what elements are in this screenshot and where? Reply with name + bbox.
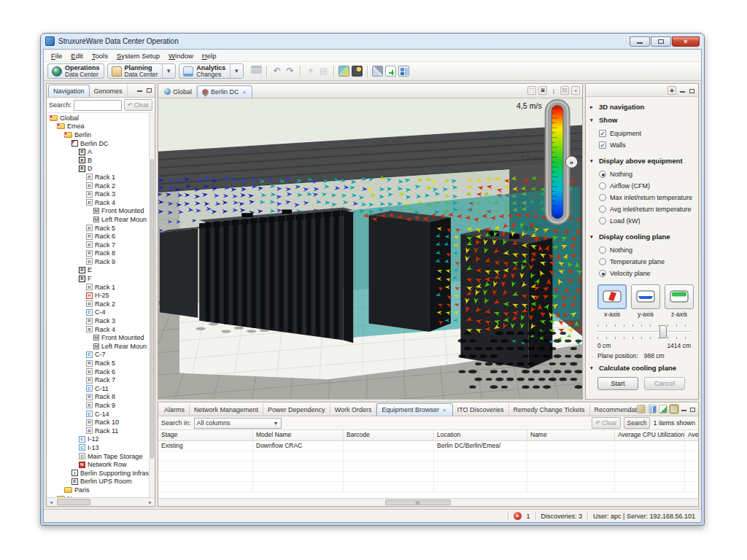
column-location[interactable]: Location (434, 430, 527, 440)
column-stage[interactable]: Stage (158, 430, 253, 440)
x-axis-button[interactable] (597, 284, 627, 309)
tree-clear-button[interactable]: ↶Clear (124, 99, 152, 111)
radio-load-kw[interactable]: Load (kW) (599, 215, 694, 227)
radio-velocity-plane[interactable]: Velocity plane (599, 268, 694, 279)
tab-berlin-dc[interactable]: Berlin DC × (197, 85, 252, 98)
panel-minimize-icon[interactable] (679, 88, 686, 93)
perspective-operations-button[interactable]: OperationsData Center (47, 63, 104, 79)
tab-power-dependency[interactable]: Power Dependency (263, 403, 330, 416)
radio-icon[interactable] (599, 270, 606, 277)
column-average-cpu-utilization[interactable]: Average CPU Utilization ... (615, 430, 685, 440)
checkbox-icon[interactable]: ✓ (599, 141, 606, 149)
snapshot-icon[interactable]: ▣ (538, 86, 547, 95)
chevron-right-icon[interactable]: » (570, 158, 573, 166)
table-search-button[interactable]: Search (624, 417, 651, 429)
tree-item-rack-7[interactable]: R Rack 7 (47, 241, 149, 249)
error-icon[interactable]: × (514, 512, 522, 520)
menu-file[interactable]: File (47, 51, 66, 61)
radio-airflow-cfm[interactable]: Airflow (CFM) (599, 180, 694, 192)
tree-horizontal-scrollbar[interactable]: ◂ ▸ (47, 497, 155, 506)
section-calculate-cooling-plane[interactable]: ▾ Calculate cooling plane (590, 361, 694, 374)
tree-item-rack-5[interactable]: R Rack 5 (47, 224, 149, 233)
tree-item-rack-3[interactable]: R Rack 3 (47, 316, 149, 325)
radio-icon[interactable] (599, 171, 606, 178)
tree-item-rack-5[interactable]: R Rack 5 (47, 359, 149, 368)
radio-icon[interactable] (599, 206, 606, 213)
tree-item-i-13[interactable]: C I-13 (47, 443, 149, 452)
close-button[interactable]: × (672, 36, 700, 47)
filter-icon[interactable] (637, 405, 646, 413)
paste-icon[interactable]: ▤ (318, 66, 329, 77)
radio-icon[interactable] (599, 217, 606, 225)
menu-window[interactable]: Window (164, 51, 198, 61)
tree-item-a[interactable]: R A (47, 147, 149, 156)
tree-item-rack-11[interactable]: R Rack 11 (47, 427, 149, 435)
tree-item-rack-8[interactable]: R Rack 8 (47, 393, 149, 402)
section-display-cooling-plane[interactable]: ▾ Display cooling plane (590, 230, 694, 243)
tree-vertical-scrollbar[interactable] (149, 113, 155, 497)
move-icon[interactable]: + (305, 66, 316, 77)
panel-minimize-icon[interactable] (681, 406, 687, 412)
table-horizontal-scrollbar[interactable] (158, 498, 698, 506)
tab-network-management[interactable]: Network Management (190, 403, 263, 416)
minimize-button[interactable] (630, 36, 650, 47)
chevron-down-icon[interactable]: ▼ (230, 64, 239, 78)
tree-item-nam[interactable]: Nam (47, 494, 149, 497)
close-tab-icon[interactable]: × (441, 406, 448, 414)
redo-icon[interactable]: ↷ (285, 66, 295, 77)
column-average-pow[interactable]: Average Pow (685, 430, 698, 440)
tab-alarms[interactable]: Alarms (160, 403, 190, 416)
split-view-icon[interactable]: ▯▯ (560, 86, 569, 95)
tree-item-rack-1[interactable]: R Rack 1 (47, 173, 149, 182)
scroll-left-icon[interactable]: ◂ (47, 499, 55, 505)
start-button[interactable]: Start (597, 377, 638, 390)
tree-item-rack-2[interactable]: R Rack 2 (47, 300, 149, 308)
column-name[interactable]: Name (527, 430, 615, 440)
layout-icon[interactable] (398, 66, 409, 77)
tree-item-f[interactable]: R F (47, 274, 149, 283)
menu-system-setup[interactable]: System Setup (112, 51, 164, 61)
tree-item-rack-4[interactable]: R Rack 4 (47, 325, 149, 334)
undo-icon[interactable]: ↶ (271, 66, 282, 77)
tree-search-input[interactable] (74, 100, 122, 111)
tree-item-c-4[interactable]: C C-4 (47, 308, 149, 317)
tab-genomes[interactable]: Genomes (90, 85, 128, 97)
tree-item-c-7[interactable]: C C-7 (47, 351, 149, 359)
tree-item-rack-1[interactable]: R Rack 1 (47, 283, 149, 292)
tab-ito-discoveries[interactable]: ITO Discoveries (453, 403, 509, 416)
tree-item-rack-8[interactable]: R Rack 8 (47, 249, 149, 258)
tree-item-rack-2[interactable]: R Rack 2 (47, 182, 149, 190)
column-barcode[interactable]: Barcode (344, 430, 434, 440)
menu-tools[interactable]: Tools (88, 51, 112, 61)
perspective-analytics-button[interactable]: AnalyticsChanges ▼ (179, 63, 244, 79)
cable-icon[interactable] (352, 66, 363, 77)
checkbox-equipment[interactable]: ✓ Equipment (599, 128, 694, 139)
tree-item-main-tape-storage[interactable]: G Main Tape Storage (47, 452, 149, 461)
tree-item-b[interactable]: R B (47, 156, 149, 165)
panel-maximize-icon[interactable] (146, 87, 152, 93)
tree-item-d[interactable]: R D (47, 165, 149, 174)
chevron-down-icon[interactable]: ▼ (162, 64, 171, 78)
tab-equipment-browser[interactable]: Equipment Browser × (376, 403, 452, 416)
tree-item-rack-3[interactable]: R Rack 3 (47, 190, 149, 198)
columns-filter-dropdown[interactable]: All columns ▼ (194, 418, 282, 429)
tree-item-rack-7[interactable]: R Rack 7 (47, 376, 149, 384)
tree-item-rack-6[interactable]: R Rack 6 (47, 368, 149, 376)
cancel-button[interactable]: Cancel (644, 377, 685, 390)
screenshot-icon[interactable] (338, 66, 349, 77)
panel-maximize-icon[interactable] (689, 88, 695, 93)
tree-item-rack-9[interactable]: R Rack 9 (47, 257, 149, 266)
tree-item-rack-4[interactable]: R Rack 4 (47, 198, 149, 207)
menu-edit[interactable]: Edit (66, 51, 87, 61)
grid-icon[interactable] (648, 405, 657, 413)
tree-item-rack-9[interactable]: R Rack 9 (47, 401, 149, 410)
tree-item-berlin-supporting-infrastru[interactable]: I Berlin Supporting Infrastru (47, 469, 149, 478)
z-axis-button[interactable] (665, 284, 694, 309)
checkbox-walls[interactable]: ✓ Walls (599, 139, 694, 151)
layout-select-icon[interactable]: ⬚ (527, 86, 536, 95)
tree-item-c-11[interactable]: C C-11 (47, 384, 149, 393)
tree-item-left-rear-moun[interactable]: M Left Rear Moun (47, 215, 149, 224)
radio-icon[interactable] (599, 182, 606, 190)
panel-maximize-icon[interactable] (689, 406, 696, 412)
tab-navigation[interactable]: Navigation (48, 85, 90, 97)
